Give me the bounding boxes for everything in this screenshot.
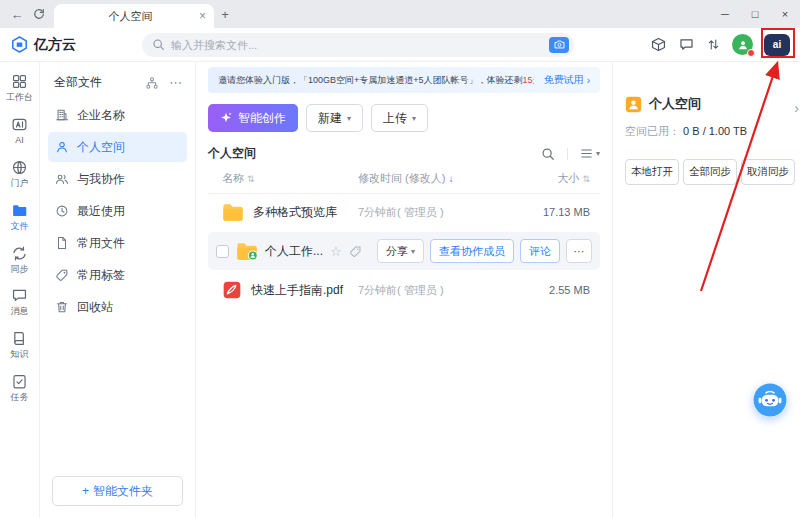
chevron-down-icon: ▾	[412, 114, 416, 123]
file-list: 多种格式预览库 7分钟前( 管理员 ) 17.13 MB 个人工作... ☆	[208, 194, 600, 308]
trial-days-highlight: 15天	[523, 75, 534, 85]
rail-item-messages[interactable]: 消息	[0, 280, 39, 323]
sync-icon	[11, 245, 28, 262]
rail-item-portal[interactable]: 门户	[0, 152, 39, 195]
list-search-icon[interactable]	[541, 147, 555, 161]
view-toggle-button[interactable]: ▾	[580, 148, 600, 159]
row-checkbox[interactable]	[216, 245, 229, 258]
trash-icon	[55, 300, 69, 314]
image-search-button[interactable]	[549, 37, 569, 53]
header-icons: ai	[650, 34, 790, 56]
assistant-float-button[interactable]	[753, 383, 787, 417]
pdf-icon	[222, 280, 242, 300]
rail-item-tasks[interactable]: 任务	[0, 366, 39, 409]
new-tab-icon[interactable]: +	[214, 3, 236, 25]
rail-item-files[interactable]: 文件	[0, 195, 39, 238]
person-icon	[55, 140, 69, 154]
free-trial-link[interactable]: 免费试用›	[544, 73, 590, 87]
file-sidebar: 全部文件 ⋯ 企业名称 个人空间 与我协作 最近使用 常用文件 常	[40, 62, 196, 518]
maximize-button[interactable]: □	[740, 0, 770, 28]
tab-close-icon[interactable]: ×	[199, 9, 206, 23]
shared-folder-icon	[236, 242, 258, 261]
ai-icon	[11, 116, 28, 133]
list-view-icon	[580, 148, 593, 159]
sidebar-item-trash[interactable]: 回收站	[48, 292, 187, 322]
close-button[interactable]: ×	[770, 0, 800, 28]
file-name: 个人工作...	[265, 243, 323, 260]
rail-item-ai[interactable]: AI	[0, 109, 39, 152]
rail-item-workbench[interactable]: 工作台	[0, 66, 39, 109]
support-button[interactable]	[678, 36, 695, 53]
transfer-arrows-icon	[706, 37, 721, 52]
message-icon	[11, 287, 28, 304]
new-button[interactable]: 新建 ▾	[306, 104, 363, 132]
sidebar-item-recent[interactable]: 最近使用	[48, 196, 187, 226]
file-row[interactable]: 多种格式预览库 7分钟前( 管理员 ) 17.13 MB	[208, 194, 600, 230]
logo-icon	[10, 35, 29, 54]
transfer-button[interactable]	[706, 37, 721, 52]
avatar[interactable]	[732, 34, 753, 55]
back-icon[interactable]: ←	[6, 3, 28, 25]
camera-icon	[554, 40, 565, 49]
user-icon	[737, 39, 749, 51]
cancel-sync-button[interactable]: 取消同步	[741, 159, 795, 185]
sidebar-item-shared-with-me[interactable]: 与我协作	[48, 164, 187, 194]
personal-space-icon	[625, 96, 642, 113]
file-size: 17.13 MB	[514, 206, 590, 218]
sidebar-item-frequent-tags[interactable]: 常用标签	[48, 260, 187, 290]
people-icon	[55, 172, 69, 186]
sidebar-item-personal-space[interactable]: 个人空间	[48, 132, 187, 162]
plus-icon: +	[82, 484, 89, 498]
tag-icon[interactable]	[349, 245, 362, 258]
app-header: 亿方云 ai	[0, 28, 800, 62]
sidebar-header: 全部文件 ⋯	[40, 74, 195, 91]
left-rail: 工作台 AI 门户 文件 同步 消息 知识 任务	[0, 62, 40, 518]
chevron-down-icon: ▾	[596, 149, 600, 158]
sync-all-button[interactable]: 全部同步	[683, 159, 737, 185]
titlebar: ← 个人空间 × + ─ □ ×	[0, 0, 800, 28]
sidebar-more-icon[interactable]: ⋯	[169, 76, 182, 89]
sort-desc-icon: ↓	[448, 173, 453, 184]
rail-item-sync[interactable]: 同步	[0, 238, 39, 281]
globe-icon	[11, 159, 28, 176]
column-modified[interactable]: 修改时间 (修改人) ↓	[358, 171, 514, 186]
promo-text: 邀请您体验入门版，「100GB空间+专属加速通道+5人团队帐号」，体验还剩15天…	[218, 74, 534, 87]
ai-assistant-button[interactable]: ai	[764, 34, 790, 56]
panel-collapse-icon[interactable]: ›	[794, 100, 799, 116]
column-size[interactable]: 大小 ⇅	[514, 171, 590, 186]
star-icon[interactable]: ☆	[330, 245, 342, 258]
more-actions-button[interactable]: ⋯	[566, 239, 592, 263]
sidebar-item-enterprise[interactable]: 企业名称	[48, 100, 187, 130]
rail-item-knowledge[interactable]: 知识	[0, 323, 39, 366]
clipboard-icon	[11, 373, 28, 390]
minimize-button[interactable]: ─	[710, 0, 740, 28]
package-button[interactable]	[650, 36, 667, 53]
file-row-selected[interactable]: 个人工作... ☆ 分享 ▾ 查看协作成员 评论	[208, 232, 600, 270]
chevron-right-icon: ›	[587, 75, 590, 86]
chat-icon	[678, 36, 695, 53]
detail-panel: › 个人空间 空间已用： 0 B / 1.00 TB 本地打开 全部同步 取消同…	[612, 62, 800, 518]
upload-button[interactable]: 上传 ▾	[371, 104, 428, 132]
view-collaborators-button[interactable]: 查看协作成员	[430, 239, 514, 263]
open-locally-button[interactable]: 本地打开	[625, 159, 679, 185]
column-name[interactable]: 名称 ⇅	[222, 171, 358, 186]
building-icon	[55, 108, 69, 122]
folder-icon	[11, 202, 28, 219]
app-tab[interactable]: 个人空间 ×	[54, 4, 214, 28]
more-icon: ⋯	[574, 245, 585, 258]
search-input[interactable]	[171, 39, 543, 51]
file-modified: 7分钟前( 管理员 )	[358, 205, 514, 220]
file-modified: 7分钟前( 管理员 )	[358, 283, 514, 298]
file-row[interactable]: 快速上手指南.pdf 7分钟前( 管理员 ) 2.55 MB	[208, 272, 600, 308]
smart-folder-button[interactable]: + 智能文件夹	[52, 476, 183, 506]
row-actions: 分享 ▾ 查看协作成员 评论 ⋯	[377, 239, 592, 263]
sidebar-item-frequent-files[interactable]: 常用文件	[48, 228, 187, 258]
refresh-icon[interactable]	[28, 3, 50, 25]
org-tree-icon[interactable]	[145, 76, 159, 90]
smart-create-button[interactable]: 智能创作	[208, 104, 298, 132]
share-button[interactable]: 分享 ▾	[377, 239, 424, 263]
comment-button[interactable]: 评论	[520, 239, 560, 263]
table-header: 名称 ⇅ 修改时间 (修改人) ↓ 大小 ⇅	[208, 171, 600, 194]
search-bar[interactable]	[142, 33, 574, 57]
chevron-down-icon: ▾	[347, 114, 351, 123]
